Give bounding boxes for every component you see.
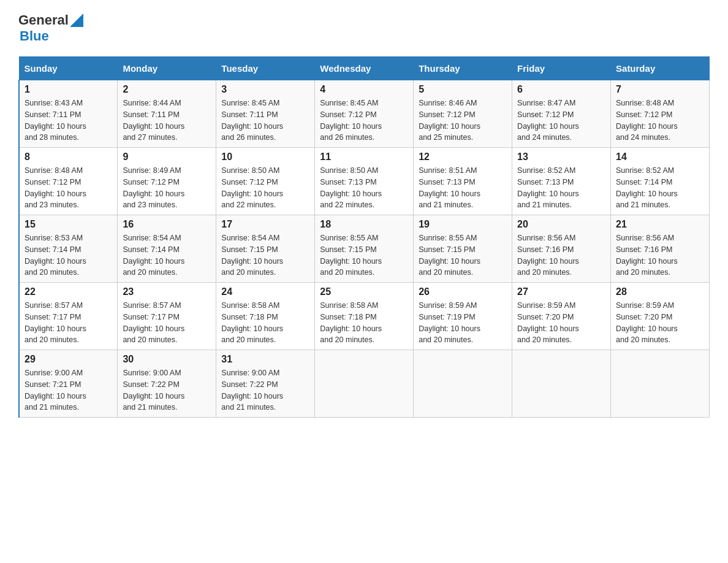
calendar-cell: 16 Sunrise: 8:54 AM Sunset: 7:14 PM Dayl… [118, 215, 216, 283]
day-info: Sunrise: 8:54 AM Sunset: 7:14 PM Dayligh… [123, 232, 211, 278]
weekday-header-row: SundayMondayTuesdayWednesdayThursdayFrid… [19, 57, 710, 80]
calendar-cell: 23 Sunrise: 8:57 AM Sunset: 7:17 PM Dayl… [118, 283, 216, 350]
day-number: 1 [25, 84, 112, 95]
day-number: 11 [320, 151, 408, 163]
day-number: 7 [616, 84, 704, 95]
calendar-cell: 6 Sunrise: 8:47 AM Sunset: 7:12 PM Dayli… [512, 80, 611, 148]
calendar-cell: 13 Sunrise: 8:52 AM Sunset: 7:13 PM Dayl… [512, 148, 611, 215]
logo-triangle-icon [70, 13, 83, 27]
day-number: 20 [517, 219, 605, 230]
calendar-cell: 4 Sunrise: 8:45 AM Sunset: 7:12 PM Dayli… [315, 80, 414, 148]
day-info: Sunrise: 8:52 AM Sunset: 7:13 PM Dayligh… [517, 165, 605, 211]
day-number: 31 [221, 354, 309, 365]
day-info: Sunrise: 8:57 AM Sunset: 7:17 PM Dayligh… [123, 300, 211, 346]
day-number: 3 [221, 84, 309, 95]
calendar-cell: 24 Sunrise: 8:58 AM Sunset: 7:18 PM Dayl… [216, 283, 315, 350]
day-info: Sunrise: 8:45 AM Sunset: 7:12 PM Dayligh… [320, 98, 408, 144]
calendar-cell: 17 Sunrise: 8:54 AM Sunset: 7:15 PM Dayl… [216, 215, 315, 283]
calendar-cell: 2 Sunrise: 8:44 AM Sunset: 7:11 PM Dayli… [118, 80, 216, 148]
day-number: 8 [25, 151, 112, 163]
day-number: 10 [221, 151, 309, 163]
day-info: Sunrise: 8:48 AM Sunset: 7:12 PM Dayligh… [616, 98, 704, 144]
logo-general-text: General [18, 12, 69, 28]
weekday-header-friday: Friday [512, 57, 611, 80]
weekday-header-saturday: Saturday [611, 57, 710, 80]
day-info: Sunrise: 8:55 AM Sunset: 7:15 PM Dayligh… [320, 232, 408, 278]
calendar-cell: 19 Sunrise: 8:55 AM Sunset: 7:15 PM Dayl… [414, 215, 512, 283]
day-info: Sunrise: 8:52 AM Sunset: 7:14 PM Dayligh… [616, 165, 704, 211]
calendar-week-row: 8 Sunrise: 8:48 AM Sunset: 7:12 PM Dayli… [19, 148, 710, 215]
day-info: Sunrise: 8:51 AM Sunset: 7:13 PM Dayligh… [419, 165, 507, 211]
day-info: Sunrise: 8:50 AM Sunset: 7:12 PM Dayligh… [221, 165, 309, 211]
calendar-week-row: 29 Sunrise: 9:00 AM Sunset: 7:21 PM Dayl… [19, 350, 710, 418]
day-info: Sunrise: 8:44 AM Sunset: 7:11 PM Dayligh… [123, 98, 211, 144]
calendar-cell: 3 Sunrise: 8:45 AM Sunset: 7:11 PM Dayli… [216, 80, 315, 148]
calendar-cell: 14 Sunrise: 8:52 AM Sunset: 7:14 PM Dayl… [611, 148, 710, 215]
day-info: Sunrise: 8:56 AM Sunset: 7:16 PM Dayligh… [616, 232, 704, 278]
day-info: Sunrise: 8:54 AM Sunset: 7:15 PM Dayligh… [221, 232, 309, 278]
calendar-cell: 12 Sunrise: 8:51 AM Sunset: 7:13 PM Dayl… [414, 148, 512, 215]
day-info: Sunrise: 8:59 AM Sunset: 7:20 PM Dayligh… [616, 300, 704, 346]
calendar-cell [414, 350, 512, 418]
day-number: 28 [616, 286, 704, 297]
day-number: 19 [419, 219, 507, 230]
day-number: 2 [123, 84, 211, 95]
weekday-header-monday: Monday [118, 57, 216, 80]
calendar-cell [512, 350, 611, 418]
calendar-cell: 27 Sunrise: 8:59 AM Sunset: 7:20 PM Dayl… [512, 283, 611, 350]
calendar-cell: 10 Sunrise: 8:50 AM Sunset: 7:12 PM Dayl… [216, 148, 315, 215]
calendar-cell: 11 Sunrise: 8:50 AM Sunset: 7:13 PM Dayl… [315, 148, 414, 215]
calendar-cell: 28 Sunrise: 8:59 AM Sunset: 7:20 PM Dayl… [611, 283, 710, 350]
day-number: 12 [419, 151, 507, 163]
day-number: 23 [123, 286, 211, 297]
calendar-cell: 20 Sunrise: 8:56 AM Sunset: 7:16 PM Dayl… [512, 215, 611, 283]
svg-marker-0 [70, 13, 83, 27]
calendar-cell: 9 Sunrise: 8:49 AM Sunset: 7:12 PM Dayli… [118, 148, 216, 215]
weekday-header-thursday: Thursday [414, 57, 512, 80]
calendar-cell: 26 Sunrise: 8:59 AM Sunset: 7:19 PM Dayl… [414, 283, 512, 350]
calendar-cell: 7 Sunrise: 8:48 AM Sunset: 7:12 PM Dayli… [611, 80, 710, 148]
calendar-cell: 30 Sunrise: 9:00 AM Sunset: 7:22 PM Dayl… [118, 350, 216, 418]
day-info: Sunrise: 8:57 AM Sunset: 7:17 PM Dayligh… [25, 300, 112, 346]
calendar-week-row: 15 Sunrise: 8:53 AM Sunset: 7:14 PM Dayl… [19, 215, 710, 283]
day-info: Sunrise: 8:43 AM Sunset: 7:11 PM Dayligh… [25, 98, 112, 144]
day-number: 5 [419, 84, 507, 95]
day-info: Sunrise: 8:59 AM Sunset: 7:19 PM Dayligh… [419, 300, 507, 346]
day-info: Sunrise: 8:48 AM Sunset: 7:12 PM Dayligh… [25, 165, 112, 211]
day-number: 13 [517, 151, 605, 163]
day-number: 26 [419, 286, 507, 297]
calendar-cell: 25 Sunrise: 8:58 AM Sunset: 7:18 PM Dayl… [315, 283, 414, 350]
weekday-header-sunday: Sunday [19, 57, 118, 80]
day-number: 4 [320, 84, 408, 95]
day-number: 16 [123, 219, 211, 230]
day-number: 22 [25, 286, 112, 297]
day-info: Sunrise: 8:47 AM Sunset: 7:12 PM Dayligh… [517, 98, 605, 144]
day-info: Sunrise: 8:55 AM Sunset: 7:15 PM Dayligh… [419, 232, 507, 278]
day-number: 9 [123, 151, 211, 163]
calendar-table: SundayMondayTuesdayWednesdayThursdayFrid… [18, 56, 710, 418]
day-info: Sunrise: 8:46 AM Sunset: 7:12 PM Dayligh… [419, 98, 507, 144]
day-number: 24 [221, 286, 309, 297]
calendar-cell: 15 Sunrise: 8:53 AM Sunset: 7:14 PM Dayl… [19, 215, 118, 283]
day-number: 30 [123, 354, 211, 365]
calendar-week-row: 22 Sunrise: 8:57 AM Sunset: 7:17 PM Dayl… [19, 283, 710, 350]
day-info: Sunrise: 9:00 AM Sunset: 7:22 PM Dayligh… [123, 367, 211, 413]
day-number: 6 [517, 84, 605, 95]
day-number: 27 [517, 286, 605, 297]
day-info: Sunrise: 8:58 AM Sunset: 7:18 PM Dayligh… [320, 300, 408, 346]
day-info: Sunrise: 8:50 AM Sunset: 7:13 PM Dayligh… [320, 165, 408, 211]
calendar-cell: 18 Sunrise: 8:55 AM Sunset: 7:15 PM Dayl… [315, 215, 414, 283]
calendar-cell: 31 Sunrise: 9:00 AM Sunset: 7:22 PM Dayl… [216, 350, 315, 418]
calendar-cell: 21 Sunrise: 8:56 AM Sunset: 7:16 PM Dayl… [611, 215, 710, 283]
day-number: 25 [320, 286, 408, 297]
calendar-cell: 22 Sunrise: 8:57 AM Sunset: 7:17 PM Dayl… [19, 283, 118, 350]
day-number: 21 [616, 219, 704, 230]
day-number: 15 [25, 219, 112, 230]
day-info: Sunrise: 8:56 AM Sunset: 7:16 PM Dayligh… [517, 232, 605, 278]
day-info: Sunrise: 8:59 AM Sunset: 7:20 PM Dayligh… [517, 300, 605, 346]
logo-blue-text: Blue [20, 28, 49, 44]
calendar-cell: 5 Sunrise: 8:46 AM Sunset: 7:12 PM Dayli… [414, 80, 512, 148]
weekday-header-tuesday: Tuesday [216, 57, 315, 80]
calendar-week-row: 1 Sunrise: 8:43 AM Sunset: 7:11 PM Dayli… [19, 80, 710, 148]
page-header: General Blue [18, 12, 710, 44]
